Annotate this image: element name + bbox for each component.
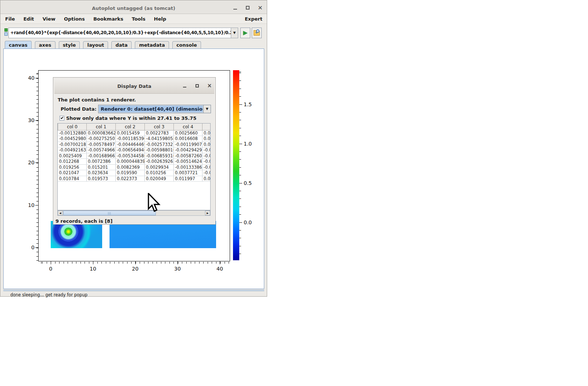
table-cell[interactable]: -0.004464469... [116, 142, 145, 147]
table-cell[interactable]: -0.001333864... [174, 164, 202, 170]
uri-dropdown-button[interactable]: ▼ [231, 28, 238, 38]
scroll-left-icon[interactable]: ◀ [58, 211, 63, 215]
tab-metadata[interactable]: metadata [135, 41, 169, 49]
table-cell[interactable]: -0.005146240... [174, 159, 202, 165]
close-icon[interactable]: × [256, 5, 264, 11]
table-cell[interactable]: -0.004921634... [58, 147, 87, 153]
menu-item-edit[interactable]: Edit [20, 14, 37, 22]
table-column-header[interactable] [202, 124, 211, 130]
table-cell[interactable]: 0.015201 [87, 164, 116, 170]
table-cell[interactable]: 0.019573 [87, 176, 116, 182]
table-cell[interactable]: 0.0072386 [87, 159, 116, 165]
table-cell[interactable]: -0.0 [202, 153, 211, 159]
table-cell[interactable]: 0.000044839 [116, 159, 145, 165]
table-cell[interactable]: 0.00 [202, 130, 211, 136]
table-cell[interactable]: -0.002752505... [87, 136, 116, 142]
table-cell[interactable]: 0.000083662 [87, 130, 116, 136]
y-axis-minor-ticks [36, 70, 38, 262]
x-axis-tick [135, 261, 136, 264]
inspect-uri-button[interactable] [252, 28, 262, 38]
table-column-header[interactable]: col 0 [58, 124, 87, 130]
table-cell[interactable]: -0.005988016... [145, 147, 174, 153]
table-cell[interactable]: -0.005749665... [87, 147, 116, 153]
table-cell[interactable]: -0.001185396... [116, 136, 145, 142]
minimize-icon[interactable] [231, 5, 239, 11]
table-cell[interactable]: 0.0025660 [174, 130, 202, 136]
tab-axes[interactable]: axes [35, 41, 55, 49]
menu-item-tools[interactable]: Tools [129, 14, 149, 22]
table-column-header[interactable]: col 2 [116, 124, 145, 130]
dialog-minimize-icon[interactable] [181, 83, 189, 89]
table-cell[interactable]: -0.005872606... [174, 153, 202, 159]
data-table-viewport[interactable]: col 0col 1col 2col 3col 4 -0.001328804..… [57, 123, 211, 210]
tab-data[interactable]: data [111, 41, 132, 49]
tab-layout[interactable]: layout [83, 41, 108, 49]
table-column-header[interactable]: col 4 [174, 124, 202, 130]
colorbar-minor-ticks [239, 70, 241, 260]
scroll-right-icon[interactable]: ▶ [205, 211, 210, 215]
table-cell[interactable]: -0.0 [202, 159, 211, 165]
table-cell[interactable]: 0.0016608 [174, 136, 202, 142]
dialog-maximize-icon[interactable] [194, 83, 201, 89]
table-cell[interactable]: 0.010256 [145, 170, 174, 176]
table-cell[interactable]: -0.005344580... [116, 153, 145, 159]
table-cell[interactable]: -0.002573321... [145, 142, 174, 147]
table-cell[interactable]: 0.0037721 [174, 170, 202, 176]
menu-expert-toggle[interactable]: Expert [245, 16, 262, 22]
plotted-data-combobox[interactable]: Renderer 0: dataset[40,40] (dimension...… [98, 105, 211, 113]
uri-input[interactable]: +rand{40,40}*{exp{-distance{40,40,20,20,… [8, 28, 231, 38]
scrollbar-thumb[interactable] [63, 211, 156, 215]
table-column-header[interactable]: col 1 [87, 124, 116, 130]
table-cell[interactable]: 0.00 [202, 136, 211, 142]
status-bar: done sleeping... get ready for popup [0, 291, 267, 296]
table-cell[interactable]: 0.011997 [174, 176, 202, 182]
table-cell[interactable]: 0.022373 [116, 176, 145, 182]
colorbar[interactable] [233, 70, 239, 260]
filter-checkbox[interactable] [60, 116, 64, 121]
maximize-icon[interactable] [244, 5, 252, 11]
tab-console[interactable]: console [172, 41, 201, 49]
go-button[interactable]: ▶ [240, 28, 250, 38]
tab-style[interactable]: style [59, 41, 80, 49]
table-cell[interactable]: 0.0029934 [145, 164, 174, 170]
table-cell[interactable]: 0.0025409 [58, 153, 87, 159]
table-cell[interactable]: -0.0 [202, 164, 211, 170]
dialog-close-icon[interactable]: × [206, 83, 213, 89]
table-cell[interactable]: -4.041598058... [145, 136, 174, 142]
filter-checkbox-label[interactable]: Show only data where Y is within 27.41 t… [66, 115, 196, 121]
table-cell[interactable]: -0.002639263... [145, 159, 174, 165]
table-cell[interactable]: -0.0 [202, 147, 211, 153]
table-cell[interactable]: 0.00 [202, 142, 211, 147]
menu-item-file[interactable]: File [2, 14, 18, 22]
table-cell[interactable]: -0.001328804... [58, 130, 87, 136]
menu-item-bookmarks[interactable]: Bookmarks [90, 14, 127, 22]
table-cell[interactable]: 0.021047 [58, 170, 87, 176]
table-cell[interactable]: 0.019256 [58, 164, 87, 170]
table-cell[interactable]: 0.010784 [58, 176, 87, 182]
dialog-titlebar[interactable]: Display Data × [54, 79, 214, 94]
table-cell[interactable]: -0.004294298... [174, 147, 202, 153]
window-titlebar[interactable]: Autoplot untagged (as tomcat) × [0, 0, 267, 14]
table-cell[interactable]: -0.0 [202, 170, 211, 176]
tab-canvas[interactable]: canvas [5, 41, 32, 49]
table-column-header[interactable]: col 3 [145, 124, 174, 130]
table-cell[interactable]: 0.00 [202, 176, 211, 182]
table-cell[interactable]: -0.004529800... [58, 136, 87, 142]
table-cell[interactable]: 0.012268 [58, 159, 87, 165]
table-cell[interactable]: -0.006859316... [145, 153, 174, 159]
table-cell[interactable]: -0.006564946... [116, 147, 145, 153]
table-cell[interactable]: 0.0022783 [145, 130, 174, 136]
table-cell[interactable]: -0.001199077... [174, 142, 202, 147]
table-cell[interactable]: -0.005784977... [87, 142, 116, 147]
table-cell[interactable]: 0.023634 [87, 170, 116, 176]
table-cell[interactable]: 0.019590 [116, 170, 145, 176]
menu-item-view[interactable]: View [39, 14, 59, 22]
table-cell[interactable]: -0.007002187... [58, 142, 87, 147]
table-cell[interactable]: 0.0082369 [116, 164, 145, 170]
menu-item-options[interactable]: Options [61, 14, 88, 22]
horizontal-scrollbar[interactable]: ◀ ▶ [57, 210, 211, 216]
table-cell[interactable]: -0.001689662... [87, 153, 116, 159]
menu-item-help[interactable]: Help [151, 14, 169, 22]
table-cell[interactable]: 0.020049 [145, 176, 174, 182]
table-cell[interactable]: 0.0015459 [116, 130, 145, 136]
